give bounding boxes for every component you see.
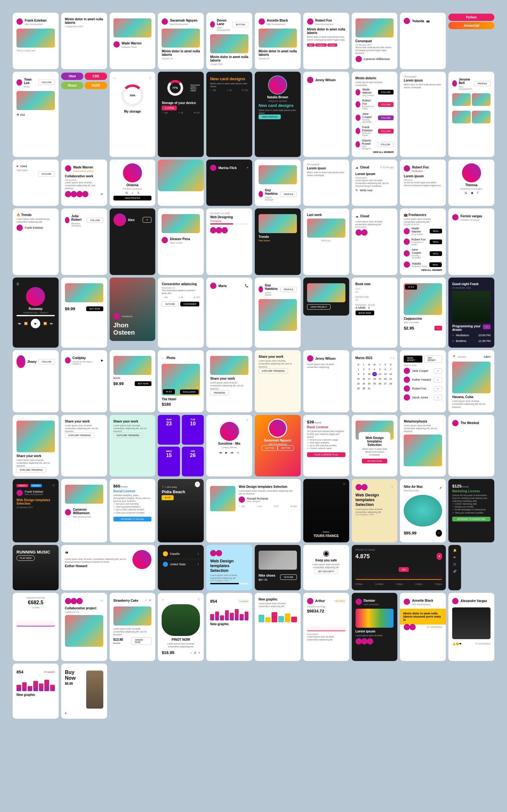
trends-card[interactable]: 🔥 Trends Lorem ipsum dolor sit amet ea e…	[13, 208, 59, 275]
menu-icon[interactable]: ☰	[16, 283, 19, 286]
jhon-card[interactable]: Practitioner Jhon Osteen	[110, 277, 156, 341]
pill-css[interactable]: CSS	[84, 72, 107, 80]
arthur-card[interactable]: Arthur+23.65% Expected earnings $9834.72…	[303, 593, 349, 661]
graph2-card[interactable]: 854↑ 25 upward New graphic	[13, 664, 59, 719]
card-natalia[interactable]: Natalia Brown Telephone operator New car…	[255, 72, 301, 157]
date-fri[interactable]: FRI26	[182, 447, 204, 476]
goodnight-card[interactable]: Good night Frank 15 december, 2021 + Pro…	[448, 277, 494, 348]
last-work-card[interactable]: Last work VIEW ALL	[303, 208, 349, 275]
share2-card[interactable]: Share your workLorem ipsum dolor sit ame…	[255, 350, 301, 412]
more-icon[interactable]: ⋮	[149, 77, 152, 80]
user-marina[interactable]: Marina Flick+	[206, 159, 252, 206]
cart-icon[interactable]: 🛒	[453, 563, 457, 566]
card-photo1[interactable]: PhotographsLorem ipsunMinim dolor in ame…	[400, 72, 446, 157]
card-robert-fox[interactable]: Robert FoxWeb Development Minim dolor in…	[303, 13, 349, 69]
guy-card[interactable]: Guy HawkinsProject ManagerPROFILE	[255, 159, 301, 206]
alex-banner[interactable]: Alex➜	[110, 208, 156, 275]
strawberry-card[interactable]: Strawberry Cake✓✕ Lorem ipsum dolor sit …	[110, 593, 156, 661]
weeknd-card[interactable]: The Weeknd	[448, 415, 494, 476]
collab-card[interactable]: ⋯ Collaborative project September 23	[61, 593, 107, 661]
chevron-icon[interactable]: ›	[198, 552, 199, 555]
pill-html[interactable]: Html	[61, 72, 83, 80]
havana-card[interactable]: 📍Distance14km Havana, Cuba Lorem ipsum d…	[448, 350, 494, 412]
web-sel-card[interactable]: Web Design templates Selection Minim dol…	[352, 415, 398, 476]
add-icon[interactable]: +	[483, 324, 491, 329]
user-jhony[interactable]: JhonyFOLLOW	[13, 350, 59, 412]
quote-card[interactable]: ❝ Lorem ipsum dolor sit amet, consectetu…	[61, 545, 156, 590]
prev-icon[interactable]: ⏮	[219, 451, 222, 454]
heart-icon[interactable]: ♡	[436, 530, 442, 537]
nike-shoes-card[interactable]: Nike shoes$97.70OUTLINE	[255, 545, 301, 590]
team-card[interactable]: Minim dolorinLorem ipsum dolor sit amet,…	[352, 72, 398, 157]
jenny-wilson-card[interactable]: Jenny Wilson Lorem ipsum dolor sit amet,…	[303, 350, 349, 412]
card-minim[interactable]: Minim dolor in amet nulla laboris3 Septe…	[61, 13, 107, 69]
pill-python[interactable]: Python	[448, 14, 494, 21]
graph3-card[interactable]: New graphic Lorem ipsum dolor sit amet, …	[255, 593, 301, 661]
wade-collab-card[interactable]: Wade WarrenCollaborative project Collabo…	[61, 159, 107, 206]
buy-card[interactable]: Buy Now$8.99 ♥	[61, 664, 107, 719]
trends-dark-card[interactable]: Trends Dark theme	[255, 208, 301, 275]
back-icon[interactable]: ←	[162, 357, 164, 360]
pencil-icon[interactable]: ✎	[355, 189, 358, 192]
card-storage[interactable]: ←⋮ 70% My storage	[110, 72, 156, 157]
twitter-icon[interactable]: 𝕏	[137, 191, 139, 194]
google-icon[interactable]: G	[125, 191, 128, 194]
share3-card[interactable]: Share your workLorem ipsum dolor sit ame…	[61, 415, 107, 476]
proj-views-card[interactable]: PROJECTS VIEWS 4.875♥ 563 9:00am11:00am1…	[352, 545, 446, 590]
cappuccino-card[interactable]: ★ 9.4 Cappuccino With Chocolate $2.95+	[400, 277, 446, 348]
date-sun[interactable]: SUN23	[158, 415, 180, 445]
used-card[interactable]: ■Used Total space OUTLINE	[13, 159, 59, 206]
back-icon[interactable]: ←	[113, 77, 116, 80]
pidia-card[interactable]: ♡ 📍 1.2km away Pidia Beach ★ 4.9	[158, 479, 204, 542]
license2-card[interactable]: $60/month Social License Unlimited analy…	[110, 479, 156, 542]
user-julia[interactable]: Julia RobertBackend developerFOLLOW	[61, 208, 107, 275]
more-icon[interactable]: ⋯	[101, 600, 103, 603]
nike-card[interactable]: Nike Air MaxRunning shoes✓ $95.99♡	[400, 479, 446, 542]
running-card[interactable]: RUNNING MUSIC PLAY NOW	[13, 545, 59, 590]
user-jenny[interactable]: Jenny Wilson	[303, 72, 349, 157]
share4-card[interactable]: Share your workLorem ipsum dolor sit ame…	[110, 415, 156, 476]
sunshine-player[interactable]: ⋮ Sunshine - Mix Lookee Stefane ⏮▶⏭⤭	[206, 415, 252, 476]
date-tue[interactable]: TUE10	[182, 415, 204, 445]
web-design1-card[interactable]: ⋮ Web Design templates Selection Lorem i…	[352, 479, 398, 542]
music-player[interactable]: ☰ Runaway Smalltown Boy , Shane D ⏮⏪▶⏩⏭	[13, 277, 59, 348]
pill-js[interactable]: Javascript	[448, 22, 494, 29]
eleanor-card[interactable]: Eleanor PenaTeam Leader	[158, 208, 204, 275]
price2-card[interactable]: $12.95 $9.99BUY NOW	[110, 350, 156, 412]
price-card[interactable]: $9.99BUY NOW	[61, 277, 107, 348]
minus-icon[interactable]: −	[190, 651, 192, 654]
countries-card[interactable]: España› United State›	[158, 545, 204, 590]
orianna-card[interactable]: Orianna Frontend developer G⌂𝕏 VIEW PROF…	[110, 159, 156, 206]
play-icon[interactable]: ▶	[225, 451, 228, 454]
hotel-card[interactable]: ←Photo ★ 4.5EXCLUSIVE The Hotel $180	[158, 350, 204, 412]
user-maria[interactable]: Maria📞	[206, 277, 252, 348]
card-annette-1[interactable]: Annette BlackWeb Development Minim dolor…	[255, 13, 301, 69]
more-icon[interactable]: ⋮	[210, 419, 248, 422]
web-designing-card[interactable]: December 10, 2020 Web Designing Prototyp…	[206, 208, 252, 275]
card-consequat[interactable]: Consequat16 January 2017 Minim esse null…	[352, 13, 398, 69]
heart-icon[interactable]: ♥	[437, 553, 442, 560]
license1-card[interactable]: $39/month Basic License Our goverment ba…	[303, 415, 349, 476]
share-card-img[interactable]: Share your work Lorem ipsum dolor sit am…	[13, 415, 59, 476]
bell-icon[interactable]: 🔔	[453, 549, 457, 552]
date-wed[interactable]: WED15	[158, 447, 180, 476]
card-frank-esteban[interactable]: Frank EstebanWeb Development This is a b…	[13, 13, 59, 69]
theresa-card[interactable]: Theresa Marketing Coordinator G◉f	[448, 159, 494, 206]
wine-card[interactable]: ←♡ PINOT NOIR Lorem ipsum dolor sit amet…	[158, 593, 204, 661]
edit-icon[interactable]: ✏	[101, 193, 103, 196]
rewind-icon[interactable]: ⏪	[24, 322, 27, 325]
heart-icon[interactable]: ♡	[198, 598, 200, 601]
prev-icon[interactable]: ⏮	[18, 322, 21, 325]
github-icon[interactable]: ⌂	[131, 191, 133, 194]
freelancers-card[interactable]: 💼 Freelancers Lorem ipsum dolor sit amet…	[400, 208, 446, 275]
graph1-card[interactable]: 854↑ 3 upward New graphic	[206, 593, 252, 661]
instagram-icon[interactable]: ◉	[471, 191, 473, 194]
facebook-icon[interactable]: f	[477, 191, 478, 194]
user-yolanda[interactable]: Yolanda📷	[400, 13, 446, 69]
alex-vargas-card[interactable]: Alexandre Vargas 👍😊❤37 comentarios	[448, 593, 494, 661]
user-fermin[interactable]: Fermin vargasSoftware developer	[448, 208, 494, 275]
web-design2-card[interactable]: Web Design templates Selection Lorem ips…	[206, 545, 252, 590]
guy2-card[interactable]: Guy HawkinsScrum MasterPROFILE	[255, 277, 301, 348]
share1-card[interactable]: Share your workLorem ipsum dolor sit ame…	[206, 350, 252, 412]
google-icon[interactable]: G	[465, 191, 467, 194]
